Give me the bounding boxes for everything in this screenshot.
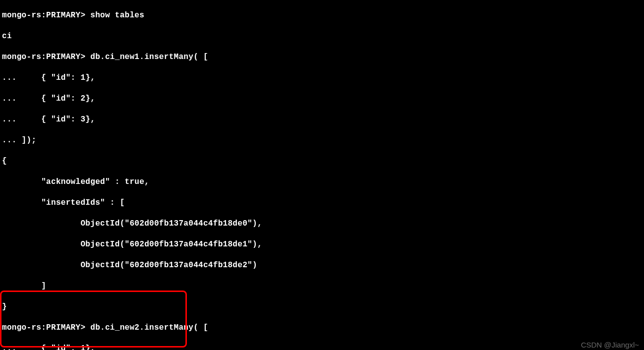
terminal-line: "acknowledged" : true, (2, 177, 642, 187)
terminal-output[interactable]: mongo-rs:PRIMARY> show tables ci mongo-r… (0, 0, 644, 350)
terminal-line: ObjectId("602d00fb137a044c4fb18de1"), (2, 239, 642, 250)
terminal-line: mongo-rs:PRIMARY> show tables (2, 10, 642, 21)
terminal-line: ObjectId("602d00fb137a044c4fb18de0"), (2, 219, 642, 229)
terminal-line: ci (2, 31, 642, 42)
terminal-line: ... { "id": 1}, (2, 73, 642, 83)
terminal-line: ] (2, 281, 642, 292)
terminal-line: ... { "id": 1}, (2, 344, 642, 350)
terminal-line: { (2, 156, 642, 167)
terminal-line: ObjectId("602d00fb137a044c4fb18de2") (2, 260, 642, 271)
terminal-line: ... { "id": 3}, (2, 115, 642, 125)
watermark-text: CSDN @Jiangxl~ (581, 341, 639, 349)
terminal-line: mongo-rs:PRIMARY> db.ci_new2.insertMany(… (2, 323, 642, 333)
terminal-line: } (2, 302, 642, 312)
terminal-line: ... { "id": 2}, (2, 94, 642, 104)
terminal-line: mongo-rs:PRIMARY> db.ci_new1.insertMany(… (2, 52, 642, 62)
terminal-line: "insertedIds" : [ (2, 198, 642, 208)
terminal-line: ... ]); (2, 135, 642, 146)
